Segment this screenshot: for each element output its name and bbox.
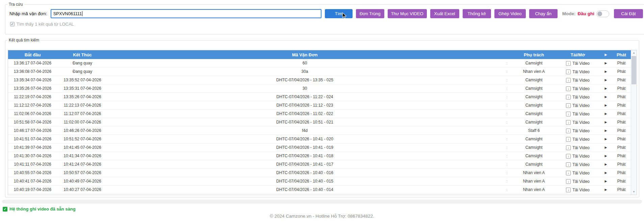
footer-text: © 2024 Camzone.vn - Hotline Hỗ Trợ: 0867… — [0, 214, 644, 219]
merge-video-button[interactable]: Ghép Video — [494, 9, 526, 18]
row-status-colon: : — [502, 70, 512, 74]
download-video-label: Tải Video — [572, 112, 589, 116]
duplicates-button[interactable]: Đơn Trùng — [356, 9, 384, 18]
play-link[interactable]: Phát — [612, 154, 631, 158]
tracking-code-input[interactable]: SPXVN061111 — [51, 9, 321, 18]
download-icon: ↓ — [566, 61, 571, 66]
row-status-colon: : — [502, 86, 512, 90]
download-video-label: Tải Video — [572, 78, 589, 83]
download-video-button[interactable]: ↓ Tải Video — [566, 70, 589, 74]
header-start: Bắt đầu — [8, 52, 57, 57]
play-link[interactable]: Phát — [612, 128, 631, 133]
download-video-label: Tải Video — [572, 179, 589, 184]
row-status-colon: : — [502, 61, 512, 65]
cell-staff: Staff 6 — [512, 128, 556, 133]
find-button[interactable]: Tìm — [325, 9, 353, 18]
play-arrow-icon[interactable]: ▶ — [600, 188, 612, 191]
cell-end-time: Đang quay — [57, 69, 108, 74]
results-table: Bắt đầu Kết Thúc Mã Vận Đơn Phụ trách Tả… — [8, 50, 637, 195]
play-link[interactable]: Phát — [612, 162, 631, 167]
play-link[interactable]: Phát — [612, 187, 631, 192]
row-status-colon: : — [502, 162, 512, 166]
download-video-button[interactable]: ↓ Tải Video — [566, 154, 589, 159]
play-link[interactable]: Phát — [612, 78, 631, 82]
cell-start-time: 13:36:17 07-04-2026 — [8, 61, 57, 65]
scroll-up-icon[interactable]: ▲ — [631, 50, 637, 56]
download-video-button[interactable]: ↓ Tải Video — [566, 171, 589, 175]
status-check-icon: ✓ — [3, 207, 7, 212]
download-video-button[interactable]: ↓ Tải Video — [566, 120, 589, 125]
download-video-button[interactable]: ↓ Tải Video — [566, 162, 589, 167]
play-link[interactable]: Phát — [612, 103, 631, 108]
play-arrow-icon[interactable]: ▶ — [600, 70, 612, 73]
download-video-button[interactable]: ↓ Tải Video — [566, 78, 589, 83]
play-arrow-icon[interactable]: ▶ — [600, 95, 612, 99]
bottom-separator-bar — [2, 200, 642, 203]
play-link[interactable]: Phát — [612, 94, 631, 99]
row-status-colon: : — [502, 179, 512, 183]
download-video-button[interactable]: ↓ Tải Video — [566, 103, 589, 108]
cell-staff: Camsight — [512, 94, 556, 99]
cell-tracking-code: 30 — [108, 86, 502, 91]
video-folder-button[interactable]: Thư Mục VIDEO — [388, 9, 427, 18]
cell-tracking-code: DHTC-07/04/2026 - 13:35 - 025 — [108, 78, 502, 82]
export-excel-button[interactable]: Xuất Excel — [430, 9, 459, 18]
download-video-button[interactable]: ↓ Tải Video — [566, 112, 589, 116]
play-arrow-icon[interactable]: ▶ — [600, 179, 612, 183]
download-video-button[interactable]: ↓ Tải Video — [566, 95, 589, 100]
play-arrow-icon[interactable]: ▶ — [600, 61, 612, 65]
header-play-arrow-icon: ▶ — [600, 53, 612, 56]
download-video-button[interactable]: ↓ Tải Video — [566, 61, 589, 66]
play-arrow-icon[interactable]: ▶ — [600, 78, 612, 82]
play-link[interactable]: Phát — [612, 145, 631, 150]
cell-end-time: 11:02:00 07-04-2026 — [57, 120, 108, 124]
cell-end-time: 10:41:24 07-04-2026 — [57, 162, 108, 167]
download-video-button[interactable]: ↓ Tải Video — [566, 188, 589, 192]
play-arrow-icon[interactable]: ▶ — [600, 120, 612, 124]
table-row: 10:40:41 07-04-2026 10:40:49 07-04-2026 … — [8, 177, 637, 186]
play-arrow-icon[interactable]: ▶ — [600, 154, 612, 158]
table-scrollbar[interactable]: ▲ ▼ — [631, 50, 637, 195]
cell-start-time: 10:41:11 07-04-2026 — [8, 162, 57, 167]
cell-start-time: 11:12:12 07-04-2026 — [8, 103, 57, 108]
play-arrow-icon[interactable]: ▶ — [600, 129, 612, 132]
cell-start-time: 10:41:51 07-04-2026 — [8, 137, 57, 141]
play-arrow-icon[interactable]: ▶ — [600, 87, 612, 90]
play-link[interactable]: Phát — [612, 86, 631, 91]
cell-staff: Camsight — [512, 78, 556, 82]
play-link[interactable]: Phát — [612, 170, 631, 175]
download-video-button[interactable]: ↓ Tải Video — [566, 129, 589, 133]
mode-toggle[interactable] — [596, 10, 609, 17]
cell-tracking-code: f4d — [108, 128, 502, 133]
download-video-label: Tải Video — [572, 70, 589, 74]
download-video-button[interactable]: ↓ Tải Video — [566, 137, 589, 142]
play-arrow-icon[interactable]: ▶ — [600, 171, 612, 174]
play-arrow-icon[interactable]: ▶ — [600, 146, 612, 149]
play-link[interactable]: Phát — [612, 137, 631, 141]
play-arrow-icon[interactable]: ▶ — [600, 137, 612, 141]
header-code: Mã Vận Đơn — [108, 52, 502, 57]
scrollbar-thumb[interactable] — [632, 56, 636, 84]
statistics-button[interactable]: Thống kê — [463, 9, 491, 18]
play-link[interactable]: Phát — [612, 120, 631, 124]
cell-tracking-code: DHTC-07/04/2026 - 11:02 - 022 — [108, 111, 502, 116]
play-arrow-icon[interactable]: ▶ — [600, 104, 612, 107]
download-icon: ↓ — [566, 179, 571, 184]
cell-tracking-code: DHTC-07/04/2026 - 11:12 - 023 — [108, 103, 502, 108]
play-arrow-icon[interactable]: ▶ — [600, 163, 612, 166]
play-link[interactable]: Phát — [612, 179, 631, 184]
play-link[interactable]: Phát — [612, 111, 631, 116]
run-hidden-button[interactable]: Chạy ẩn — [529, 9, 558, 18]
download-video-button[interactable]: ↓ Tải Video — [566, 179, 589, 184]
play-link[interactable]: Phát — [612, 61, 631, 65]
play-arrow-icon[interactable]: ▶ — [600, 112, 612, 115]
download-video-button[interactable]: ↓ Tải Video — [566, 86, 589, 91]
cell-tracking-code: DHTC-07/04/2026 - 10:51 - 021 — [108, 120, 502, 124]
cell-staff: Camsight — [512, 86, 556, 91]
settings-button[interactable]: Cài Đặt — [614, 9, 643, 18]
play-link[interactable]: Phát — [612, 69, 631, 74]
scroll-down-icon[interactable]: ▼ — [631, 189, 637, 195]
download-video-button[interactable]: ↓ Tải Video — [566, 145, 589, 150]
table-header-row: Bắt đầu Kết Thúc Mã Vận Đơn Phụ trách Tả… — [8, 50, 637, 59]
search-panel: Tra cứu Nhập mã vận đơn: SPXVN061111 Tìm… — [5, 2, 644, 34]
